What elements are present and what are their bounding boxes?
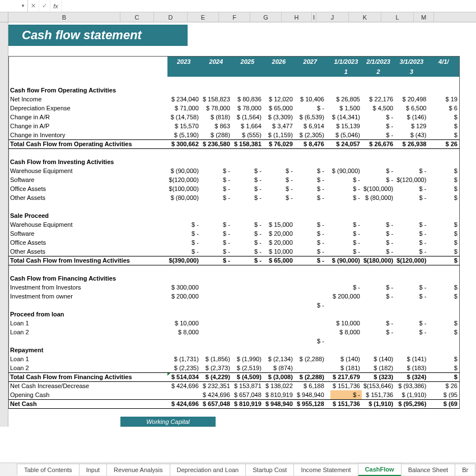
table-row: Loan 2$ (2,235)$ (2,373)$ (2,519)$ (874)… bbox=[9, 363, 460, 372]
tab-table-of-contents[interactable]: Table of Contents bbox=[17, 464, 80, 475]
table-row bbox=[9, 265, 460, 274]
table-row: Warehouse Equipment$ -$ -$ -$ 15,000$ -$… bbox=[9, 220, 460, 229]
table-row: Cash Flow from Investing Activities bbox=[9, 157, 460, 166]
table-row: Office Assets$ -$ -$ -$ 20,000$ -$ -$ -$… bbox=[9, 238, 460, 247]
table-row: $ - bbox=[9, 337, 460, 346]
col-header-H[interactable]: H bbox=[282, 12, 312, 22]
table-row bbox=[9, 148, 460, 157]
col-header-I[interactable]: I bbox=[312, 12, 316, 22]
table-row: Change in Inventory$ (5,190)$ (288)$ (55… bbox=[9, 130, 460, 139]
sheet-area[interactable]: Cash flow statement 20232024202520262027… bbox=[0, 22, 476, 463]
table-row: Loan 1$ 10,000$ 10,000$ -$ -$ bbox=[9, 319, 460, 328]
table-row: Change in A/R$ (14,758)$ (818)$ (1,564)$… bbox=[9, 113, 460, 122]
tab-br[interactable]: Br bbox=[455, 464, 475, 475]
chevron-down-icon: ▼ bbox=[21, 3, 25, 8]
page-title: Cash flow statement bbox=[8, 25, 188, 46]
table-row: Net Income$ 234,040$ 158,823$ 80,836$ 12… bbox=[9, 95, 460, 104]
col-header-L[interactable]: L bbox=[381, 12, 414, 22]
table-row bbox=[9, 202, 460, 211]
table-row: Other Assets$ (80,000)$ -$ -$ -$ -$ -$ (… bbox=[9, 193, 460, 202]
col-header-D[interactable]: D bbox=[154, 12, 188, 22]
table-row: Investment from Investors$ 300,000$ -$ -… bbox=[9, 283, 460, 292]
table-row: Proceed from loan bbox=[9, 310, 460, 319]
table-row: $ - bbox=[9, 301, 460, 310]
cancel-icon[interactable]: ✕ bbox=[28, 0, 39, 12]
col-header-C[interactable]: C bbox=[120, 12, 154, 22]
table-row: Repayment bbox=[9, 346, 460, 354]
tab-income-statement[interactable]: Income Statement bbox=[293, 464, 358, 475]
table-row bbox=[9, 77, 460, 86]
check-icon[interactable]: ✓ bbox=[39, 0, 50, 12]
table-row: Office Assets$(100,000)$ -$ -$ -$ -$ -$(… bbox=[9, 184, 460, 193]
table-row: Loan 2$ 8,000$ 8,000$ -$ -$ bbox=[9, 328, 460, 337]
column-headers: BCDEFGHIJKLM bbox=[0, 12, 476, 22]
tab-revenue-analysis[interactable]: Revenue Analysis bbox=[106, 464, 170, 475]
tab-balance-sheet[interactable]: Balance Sheet bbox=[401, 464, 456, 475]
formula-bar: ▼ ✕ ✓ fx bbox=[0, 0, 476, 12]
table-row: Software$(120,000)$ -$ -$ -$ -$ -$ -$(12… bbox=[9, 175, 460, 184]
table-row: Sale Proceed bbox=[9, 211, 460, 220]
table-row: Cash Flow from Financing Activities bbox=[9, 274, 460, 283]
table-row: Net Cash$ 424,696$ 657,048$ 810,919$ 948… bbox=[9, 399, 460, 408]
col-header-E[interactable]: E bbox=[188, 12, 219, 22]
cashflow-table: 202320242025202620271/1/20232/1/20233/1/… bbox=[8, 56, 460, 409]
table-row: Cash flow From Operating Activities bbox=[9, 86, 460, 95]
fx-icon[interactable]: fx bbox=[50, 0, 62, 12]
col-header-J[interactable]: J bbox=[316, 12, 349, 22]
table-row: Software$ -$ -$ -$ 20,000$ -$ -$ -$ -$ bbox=[9, 229, 460, 238]
sheet-tabs: Table of ContentsInputRevenue AnalysisDe… bbox=[0, 463, 476, 476]
table-row: Depreciation Expense$ 71,000$ 78,000$ 78… bbox=[9, 104, 460, 113]
col-header-M[interactable]: M bbox=[414, 12, 434, 22]
table-row: Net Cash Increase/Decrease$ 424,696$ 232… bbox=[9, 381, 460, 390]
table-row: Change in A/P$ 15,570$ 863$ 1,664$ 3,477… bbox=[9, 122, 460, 130]
col-header-K[interactable]: K bbox=[349, 12, 381, 22]
tab-cashflow[interactable]: CashFlow bbox=[358, 463, 402, 476]
col-header-F[interactable]: F bbox=[219, 12, 250, 22]
table-row: Total Cash Flow from Operating Activitie… bbox=[9, 139, 460, 148]
formula-input[interactable] bbox=[62, 0, 476, 12]
table-row: Total Cash Flow from Investing Activitie… bbox=[9, 256, 460, 265]
name-box[interactable]: ▼ bbox=[0, 0, 28, 12]
working-capital-header: Working Capital bbox=[120, 417, 216, 427]
table-row: Other Assets$ -$ -$ -$ 10,000$ -$ -$ -$ … bbox=[9, 247, 460, 256]
table-row: Investment from owner$ 200,000$ 200,000$… bbox=[9, 292, 460, 301]
col-header-B[interactable]: B bbox=[8, 12, 120, 22]
table-row: Warehouse Equipment$ (90,000)$ -$ -$ -$ … bbox=[9, 166, 460, 175]
tab-input[interactable]: Input bbox=[79, 464, 107, 475]
tab-startup-cost[interactable]: Startup Cost bbox=[245, 464, 294, 475]
col-header-G[interactable]: G bbox=[250, 12, 282, 22]
tab-depreciation-and-loan[interactable]: Depreciation and Loan bbox=[170, 464, 246, 475]
table-row: Loan 1$ (1,731)$ (1,856)$ (1,990)$ (2,13… bbox=[9, 354, 460, 363]
